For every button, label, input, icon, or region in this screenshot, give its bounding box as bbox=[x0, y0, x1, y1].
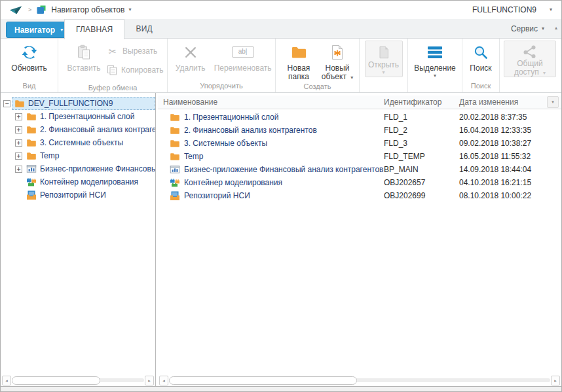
new-folder-button[interactable]: Новая папка bbox=[280, 39, 318, 81]
list-horizontal-scrollbar[interactable]: ◂ ▸ bbox=[159, 376, 560, 385]
app-title: Навигатор объектов bbox=[51, 5, 124, 14]
tree-item-label: Temp bbox=[40, 151, 59, 160]
navigator-app-icon bbox=[36, 5, 47, 15]
row-date: 09.02.2018 10:38:27 bbox=[459, 139, 561, 148]
open-button[interactable]: Открыть ▾ bbox=[365, 41, 403, 77]
search-icon bbox=[473, 40, 489, 64]
expander-expand-icon[interactable]: + bbox=[15, 166, 22, 173]
open-label: Открыть bbox=[368, 61, 399, 69]
row-name: Репозиторий НСИ bbox=[184, 191, 250, 200]
scroll-left-button[interactable]: ◂ bbox=[159, 376, 168, 385]
row-id: OBJ202657 bbox=[384, 178, 459, 187]
share-button[interactable]: Общий доступ ▾ bbox=[504, 41, 556, 77]
object-navigator-window: > Навигатор объектов ▾ FULLFUNCTION9 ▾ Н… bbox=[0, 0, 562, 392]
modeling-container-icon bbox=[26, 177, 37, 187]
list-row[interactable]: 3. Системные объекты FLD_3 09.02.2018 10… bbox=[158, 137, 561, 150]
scrollbar-track[interactable] bbox=[169, 376, 550, 385]
row-name: Бизнес-приложение Финансовый анализ конт… bbox=[184, 165, 383, 174]
copy-button[interactable]: Копировать bbox=[107, 63, 164, 77]
service-menu-label: Сервис bbox=[511, 19, 538, 39]
list-row[interactable]: Бизнес-приложение Финансовый анализ конт… bbox=[158, 163, 561, 176]
row-name: 2. Финансовый анализ контрагентов bbox=[184, 126, 317, 135]
tree-item[interactable]: + Бизнес-приложение Финансовый анализ ко… bbox=[1, 162, 155, 175]
folder-icon bbox=[26, 111, 37, 122]
tree-item[interactable]: Контейнер моделирования bbox=[1, 175, 155, 188]
search-button[interactable]: Поиск bbox=[464, 39, 498, 73]
expander-expand-icon[interactable]: + bbox=[15, 126, 22, 134]
selected-tree-node[interactable]: DEV_FULLFUNCTION9 bbox=[12, 97, 155, 110]
server-menu-caret-icon[interactable]: ▾ bbox=[550, 7, 552, 12]
row-date: 14.09.2018 18:44:04 bbox=[459, 165, 561, 174]
scroll-left-button[interactable]: ◂ bbox=[2, 376, 11, 385]
tree-item-label: Контейнер моделирования bbox=[40, 177, 138, 187]
list-row[interactable]: Репозиторий НСИ OBJ202699 08.10.2018 10:… bbox=[158, 189, 561, 202]
rename-button[interactable]: ab| Переименовать bbox=[210, 39, 275, 73]
share-label: Общий доступ bbox=[514, 59, 543, 77]
list-row[interactable]: Контейнер моделирования OBJ202657 04.10.… bbox=[158, 176, 561, 189]
row-date: 16.05.2018 11:55:32 bbox=[459, 152, 561, 161]
paste-button[interactable]: Вставить bbox=[64, 39, 104, 73]
business-app-icon bbox=[26, 164, 37, 174]
paste-icon bbox=[77, 40, 91, 64]
new-object-icon bbox=[331, 40, 344, 64]
foresight-logo-icon bbox=[9, 5, 23, 16]
group-label-share bbox=[500, 80, 561, 92]
list-row[interactable]: 1. Презентационный слой FLD_1 20.02.2018… bbox=[158, 111, 561, 124]
expander-expand-icon[interactable]: + bbox=[15, 113, 22, 120]
app-title-caret-icon[interactable]: ▾ bbox=[128, 7, 131, 12]
expander-expand-icon[interactable]: + bbox=[15, 139, 22, 147]
caret-down-icon: ▾ bbox=[543, 70, 546, 76]
column-header-date[interactable]: Дата изменения bbox=[459, 98, 547, 107]
business-app-icon bbox=[170, 164, 180, 175]
navigator-menu-label: Навигатор bbox=[14, 26, 55, 35]
tree-item[interactable]: + 3. Системные объекты bbox=[1, 136, 155, 149]
group-label-search: Поиск bbox=[462, 80, 499, 92]
main-area: − DEV_FULLFUNCTION9 + 1. Презентационный… bbox=[1, 93, 561, 386]
scroll-right-button[interactable]: ▸ bbox=[551, 376, 560, 385]
column-options-button[interactable]: ▾ bbox=[547, 96, 559, 108]
share-icon bbox=[522, 44, 538, 60]
expander-expand-icon[interactable]: + bbox=[15, 152, 22, 160]
folder-icon bbox=[170, 138, 180, 149]
tree-item[interactable]: Репозиторий НСИ bbox=[1, 188, 155, 202]
cut-icon: ✂ bbox=[107, 46, 119, 56]
tree-item[interactable]: + Temp bbox=[1, 149, 155, 162]
scrollbar-thumb[interactable] bbox=[12, 376, 100, 385]
delete-button[interactable]: Удалить bbox=[170, 39, 210, 73]
tree-item[interactable]: + 1. Презентационный слой bbox=[1, 110, 155, 123]
row-id: FLD_2 bbox=[384, 126, 459, 135]
cut-button[interactable]: ✂ Вырезать bbox=[107, 45, 164, 58]
tab-view[interactable]: ВИД bbox=[124, 19, 163, 39]
tree-item-root[interactable]: − DEV_FULLFUNCTION9 bbox=[1, 97, 155, 110]
service-menu[interactable]: Сервис ▾ bbox=[511, 19, 544, 39]
caret-down-icon: ▾ bbox=[434, 73, 436, 79]
ribbon-collapse-button[interactable]: ▴ bbox=[555, 26, 557, 31]
tab-home[interactable]: ГЛАВНАЯ bbox=[64, 19, 124, 39]
refresh-button[interactable]: Обновить bbox=[11, 39, 47, 73]
tab-view-label: ВИД bbox=[136, 24, 152, 33]
column-header-id[interactable]: Идентификатор bbox=[384, 98, 459, 107]
row-id: FLD_1 bbox=[384, 113, 459, 122]
new-object-button[interactable]: Новый объект ▾ bbox=[318, 39, 357, 81]
tree-horizontal-scrollbar[interactable]: ◂ ▸ bbox=[2, 376, 154, 385]
list-row[interactable]: 2. Финансовый анализ контрагентов FLD_2 … bbox=[158, 124, 561, 137]
navigator-menu-button[interactable]: Навигатор ▾ bbox=[6, 22, 71, 38]
list-row[interactable]: Temp FLD_TEMP 16.05.2018 11:55:32 bbox=[158, 150, 561, 163]
scrollbar-track[interactable] bbox=[12, 376, 144, 385]
row-id: BP_MAIN bbox=[384, 165, 459, 174]
ribbon-tab-bar: Навигатор ▾ ГЛАВНАЯ ВИД Сервис ▾ ▴ bbox=[1, 19, 561, 39]
tab-home-label: ГЛАВНАЯ bbox=[76, 25, 113, 34]
selection-label: Выделение bbox=[414, 64, 456, 73]
row-date: 16.04.2018 12:33:35 bbox=[459, 126, 561, 135]
folder-icon bbox=[170, 151, 180, 162]
expander-collapse-icon[interactable]: − bbox=[3, 100, 10, 107]
selection-button[interactable]: Выделение ▾ bbox=[409, 39, 461, 79]
refresh-label: Обновить bbox=[11, 64, 47, 73]
tree-item[interactable]: + 2. Финансовый анализ контрагентов bbox=[1, 123, 155, 136]
row-name: 3. Системные объекты bbox=[184, 139, 267, 148]
scrollbar-thumb[interactable] bbox=[169, 376, 357, 385]
caret-down-icon: ▾ bbox=[60, 27, 63, 33]
column-header-name[interactable]: Наименование bbox=[158, 98, 384, 107]
scroll-right-button[interactable]: ▸ bbox=[145, 376, 154, 385]
modeling-container-icon bbox=[170, 177, 180, 188]
